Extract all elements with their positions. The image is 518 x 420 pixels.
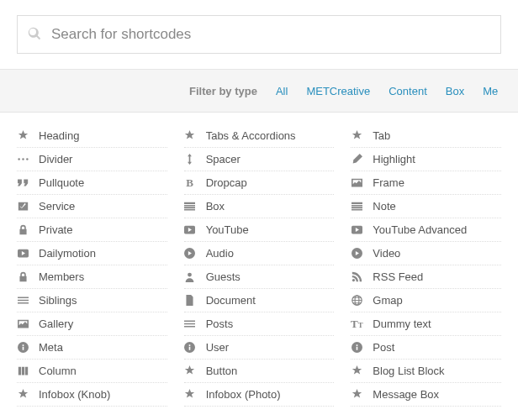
- shortcode-item[interactable]: Audio: [184, 242, 335, 265]
- shortcode-label: Note: [373, 200, 395, 213]
- shortcode-item[interactable]: Dailymotion: [17, 242, 167, 265]
- star-icon: [17, 389, 29, 401]
- shortcode-item[interactable]: Infobox (Knob): [17, 383, 167, 407]
- pencil-icon: [351, 154, 362, 165]
- star-icon: [351, 365, 362, 377]
- shortcode-item[interactable]: Spacer: [184, 148, 335, 171]
- shortcode-item[interactable]: YouTube: [184, 218, 335, 242]
- shortcode-label: Audio: [206, 247, 234, 260]
- shortcode-item[interactable]: User: [184, 336, 335, 360]
- shortcode-item[interactable]: Box: [184, 195, 335, 218]
- shortcode-item[interactable]: Document: [184, 289, 335, 312]
- lines-icon: [184, 318, 196, 330]
- col-icon: [17, 365, 29, 377]
- shortcode-label: Guests: [206, 270, 240, 283]
- check-icon: [17, 201, 29, 213]
- lock-icon: [17, 224, 29, 236]
- shortcode-label: YouTube: [206, 223, 249, 236]
- doc-icon: [184, 295, 196, 307]
- shortcode-item[interactable]: Meta: [17, 336, 167, 360]
- shortcode-label: Frame: [373, 176, 404, 189]
- filter-tab-all[interactable]: All: [276, 85, 288, 97]
- shortcode-label: Dropcap: [206, 176, 247, 189]
- filter-tab-content[interactable]: Content: [388, 85, 427, 97]
- shortcode-label: Post: [373, 341, 394, 354]
- letter-T-icon: TT: [351, 318, 362, 330]
- shortcode-item[interactable]: RSS Feed: [351, 265, 501, 289]
- shortcode-item[interactable]: Video: [351, 242, 501, 265]
- shortcode-label: Siblings: [39, 294, 77, 307]
- shortcode-label: Infobox (Photo): [206, 388, 281, 401]
- filter-label: Filter by type: [189, 85, 257, 97]
- shortcode-label: Service: [39, 200, 75, 213]
- shortcode-label: Dummy text: [373, 318, 431, 330]
- star-icon: [184, 130, 196, 142]
- quote-icon: [17, 177, 29, 189]
- filter-tab-me[interactable]: Me: [483, 85, 498, 97]
- shortcode-item[interactable]: TTDummy text: [351, 312, 501, 336]
- shortcode-label: Dailymotion: [39, 247, 96, 260]
- shortcode-item[interactable]: Gmap: [351, 289, 501, 312]
- shortcode-item[interactable]: YouTube Advanced: [351, 218, 501, 242]
- shortcode-label: Box: [206, 200, 225, 213]
- filter-tab-box[interactable]: Box: [446, 85, 464, 97]
- shortcode-label: Pullquote: [39, 176, 84, 189]
- shortcode-item[interactable]: BDropcap: [184, 171, 335, 195]
- lines-icon: [17, 295, 29, 307]
- shortcode-item[interactable]: Note: [351, 195, 501, 218]
- filter-bar: Filter by type All METCreative Content B…: [0, 69, 518, 113]
- shortcode-label: Members: [39, 270, 84, 283]
- shortcode-item[interactable]: Column: [17, 360, 167, 383]
- shortcode-grid: HeadingTabs & AccordionsTabDividerSpacer…: [0, 113, 518, 418]
- shortcode-label: Infobox (Knob): [39, 388, 110, 401]
- shortcode-label: Button: [206, 365, 238, 377]
- rss-icon: [351, 271, 362, 283]
- shortcode-label: Blog List Block: [373, 365, 444, 377]
- shortcode-item[interactable]: Gallery: [17, 312, 167, 336]
- shortcode-item[interactable]: Members: [17, 265, 167, 289]
- shortcode-item[interactable]: Pullquote: [17, 171, 167, 195]
- shortcode-label: Column: [39, 365, 77, 377]
- shortcode-label: Gmap: [373, 294, 402, 307]
- shortcode-item[interactable]: Service: [17, 195, 167, 218]
- shortcode-item[interactable]: Highlight: [351, 148, 501, 171]
- shortcode-item[interactable]: Tabs & Accordions: [184, 124, 335, 148]
- shortcode-item[interactable]: Posts: [184, 312, 335, 336]
- shortcode-item[interactable]: Blog List Block: [351, 360, 501, 383]
- shortcode-item[interactable]: Divider: [17, 148, 167, 171]
- shortcode-label: Meta: [39, 341, 63, 354]
- shortcode-label: User: [206, 341, 229, 354]
- shortcode-item[interactable]: Post: [351, 336, 501, 360]
- shortcode-label: Private: [39, 223, 72, 236]
- shortcode-item[interactable]: Private: [17, 218, 167, 242]
- info-icon: [184, 342, 196, 354]
- star-icon: [184, 365, 196, 377]
- star-icon: [17, 130, 29, 142]
- search-box[interactable]: [17, 15, 501, 54]
- shortcode-item[interactable]: Frame: [351, 171, 501, 195]
- lock-icon: [17, 271, 29, 283]
- search-icon: [28, 27, 51, 43]
- play-circle-icon: [351, 248, 362, 260]
- user-icon: [184, 271, 196, 283]
- letter-B-icon: B: [184, 177, 196, 189]
- shortcode-item[interactable]: Infobox (Photo): [184, 383, 335, 407]
- shortcode-item[interactable]: Button: [184, 360, 335, 383]
- shortcode-label: YouTube Advanced: [373, 223, 467, 236]
- shortcode-label: RSS Feed: [373, 270, 423, 283]
- shortcode-item[interactable]: Siblings: [17, 289, 167, 312]
- shortcode-item[interactable]: Tab: [351, 124, 501, 148]
- shortcode-item[interactable]: Message Box: [351, 383, 501, 407]
- shortcode-label: Posts: [206, 318, 234, 330]
- globe-icon: [351, 295, 362, 307]
- star-icon: [351, 130, 362, 142]
- search-input[interactable]: [51, 26, 490, 43]
- shortcode-item[interactable]: Guests: [184, 265, 335, 289]
- info-icon: [17, 342, 29, 354]
- shortcode-label: Document: [206, 294, 256, 307]
- shortcode-item[interactable]: Heading: [17, 124, 167, 148]
- shortcode-label: Highlight: [373, 153, 415, 165]
- filter-tab-metcreative[interactable]: METCreative: [306, 85, 370, 97]
- play-icon: [351, 224, 362, 236]
- play-circle-icon: [184, 248, 196, 260]
